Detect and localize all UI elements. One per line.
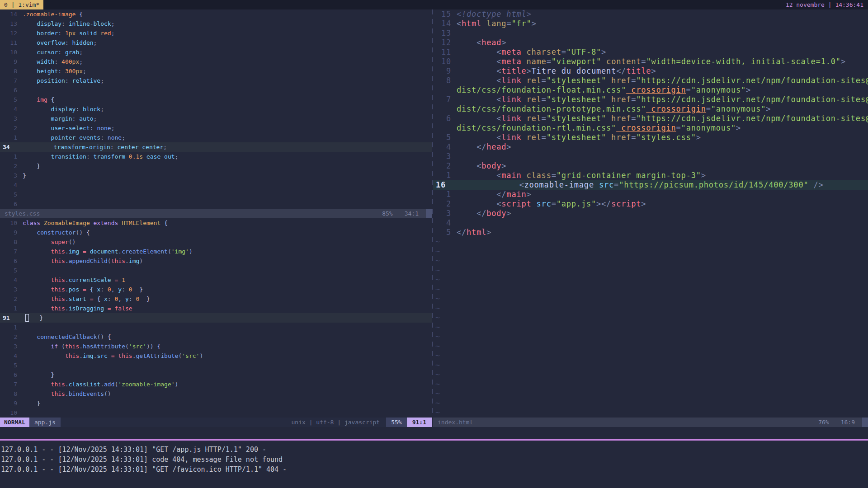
shell-log-pane[interactable]: 127.0.0.1 - - [12/Nov/2025 14:33:01] "GE…	[0, 441, 868, 488]
line-number: 14	[433, 19, 451, 28]
code-line[interactable]: 4	[0, 180, 432, 190]
code-line[interactable]: 2 <script src="app.js"></script>	[433, 199, 868, 209]
code-line[interactable]: 1 this.isDragging = false	[0, 304, 432, 313]
code-line[interactable]: 4 display: block;	[0, 104, 432, 114]
code-line[interactable]: 14<html lang="fr">	[433, 19, 868, 28]
editor-window-index-html[interactable]: 15<!doctype html>14<html lang="fr">1312 …	[433, 9, 868, 418]
active-cursor-position: 91:1	[407, 418, 432, 427]
code-line[interactable]: 2 <body>	[433, 161, 868, 171]
tmux-window-item[interactable]: 0 | 1:vim*	[0, 0, 43, 9]
code-line[interactable]: 4 </head>	[433, 142, 868, 152]
code-line[interactable]: dist/css/foundation-rtl.min.css" crossor…	[433, 123, 868, 133]
code-line[interactable]: 3	[433, 152, 868, 161]
code-line[interactable]: 10class ZoomableImage extends HTMLElemen…	[0, 218, 432, 228]
code-line[interactable]: 6	[0, 85, 432, 95]
code-text: }	[23, 161, 432, 171]
code-line[interactable]: 3 if (this.hasAttribute('src')) {	[0, 342, 432, 351]
code-text: </body>	[457, 209, 868, 218]
code-text: dist/css/foundation-float.min.css" cross…	[457, 85, 868, 95]
code-line[interactable]: 5 <link rel="stylesheet" href="styles.cs…	[433, 133, 868, 142]
editor-window-styles-css[interactable]: 14.zoomable-image {13 display: inline-bl…	[0, 9, 432, 209]
line-number: 2	[0, 161, 17, 171]
code-line[interactable]: 2 connectedCallback() {	[0, 332, 432, 342]
code-line[interactable]: 1 </main>	[433, 190, 868, 199]
code-line[interactable]: 9 <title>Titre du document</title>	[433, 66, 868, 76]
code-line[interactable]: 1 transition: transform 0.1s ease-out;	[0, 152, 432, 161]
end-of-buffer-marker: ~	[433, 370, 868, 380]
code-line[interactable]: 10 <meta name="viewport" content="width=…	[433, 57, 868, 66]
code-line[interactable]: 4 this.img.src = this.getAttribute('src'…	[0, 351, 432, 361]
code-line[interactable]: 6	[0, 199, 432, 209]
code-line[interactable]: 7 position: relative;	[0, 76, 432, 85]
code-line-current[interactable]: 34 transform-origin: center center;	[0, 142, 432, 152]
code-line[interactable]: 5	[0, 361, 432, 370]
code-text: display: block;	[23, 104, 432, 114]
code-line[interactable]: 13	[433, 28, 868, 38]
code-text: this.bindEvents()	[23, 389, 432, 399]
code-line[interactable]: 4 this.currentScale = 1	[0, 275, 432, 285]
code-line[interactable]: 9 }	[0, 399, 432, 408]
code-text: <script src="app.js"></script>	[457, 199, 868, 209]
line-number: 1	[433, 171, 451, 180]
code-text: this.img = document.createElement('img')	[23, 247, 432, 256]
code-line[interactable]: 6 this.appendChild(this.img)	[0, 256, 432, 266]
code-line[interactable]: 3 margin: auto;	[0, 114, 432, 123]
code-line[interactable]: 5 img {	[0, 95, 432, 104]
code-line[interactable]: 2 user-select: none;	[0, 123, 432, 133]
code-text: }	[23, 370, 432, 380]
line-number: 16	[433, 180, 454, 190]
code-line[interactable]: 14.zoomable-image {	[0, 9, 432, 19]
code-line[interactable]: 2 this.start = { x: 0, y: 0 }	[0, 294, 432, 304]
code-line[interactable]: 8 <link rel="stylesheet" href="https://c…	[433, 76, 868, 85]
code-line[interactable]: 1	[0, 323, 432, 332]
code-line[interactable]: 12 border: 1px solid red;	[0, 28, 432, 38]
line-number: 8	[0, 237, 17, 247]
code-line[interactable]: 11 overflow: hidden;	[0, 38, 432, 47]
code-line[interactable]: 1 pointer-events: none;	[0, 133, 432, 142]
code-line[interactable]: 5	[0, 266, 432, 275]
line-number: 6	[0, 199, 17, 209]
code-line[interactable]: 5</html>	[433, 228, 868, 237]
code-line[interactable]: 13 display: inline-block;	[0, 19, 432, 28]
code-line[interactable]: 1 <main class="grid-container margin-top…	[433, 171, 868, 180]
code-line[interactable]: 3 this.pos = { x: 0, y: 0 }	[0, 285, 432, 294]
code-line[interactable]: 8 height: 300px;	[0, 66, 432, 76]
code-line[interactable]: 8 this.bindEvents()	[0, 389, 432, 399]
code-line[interactable]: 2 }	[0, 161, 432, 171]
code-line[interactable]: 4	[433, 218, 868, 228]
code-line[interactable]: 10 cursor: grab;	[0, 47, 432, 57]
code-line[interactable]: 15<!doctype html>	[433, 9, 868, 19]
code-line[interactable]: 5	[0, 190, 432, 199]
code-line[interactable]: dist/css/foundation-float.min.css" cross…	[433, 85, 868, 95]
code-line[interactable]: 12 <head>	[433, 38, 868, 47]
code-text: <meta name="viewport" content="width=dev…	[457, 57, 868, 66]
code-line[interactable]: 7 this.classList.add('zoomable-image')	[0, 380, 432, 389]
line-number: 6	[0, 256, 17, 266]
statusline-active-app-js[interactable]: NORMAL app.js unix | utf-8 | javascript …	[0, 418, 432, 427]
code-line[interactable]: 6 }	[0, 370, 432, 380]
code-line-current[interactable]: 16 <zoomable-image src="https://picsum.p…	[433, 180, 868, 190]
code-line[interactable]: 7 this.img = document.createElement('img…	[0, 247, 432, 256]
code-line-current[interactable]: 91 }	[0, 313, 432, 323]
code-line[interactable]: 3 </body>	[433, 209, 868, 218]
code-line[interactable]: 8 super()	[0, 237, 432, 247]
code-text	[23, 361, 432, 370]
editor-window-app-js[interactable]: 10class ZoomableImage extends HTMLElemen…	[0, 218, 432, 418]
code-line[interactable]: 6 <link rel="stylesheet" href="https://c…	[433, 114, 868, 123]
code-text	[23, 190, 432, 199]
code-line[interactable]: 9 width: 400px;	[0, 57, 432, 66]
statusline-filename: styles.css	[0, 209, 40, 218]
end-of-buffer-marker: ~	[433, 304, 868, 313]
code-line[interactable]: dist/css/foundation-prototype.min.css" c…	[433, 104, 868, 114]
code-line[interactable]: 9 constructor() {	[0, 228, 432, 237]
line-number: 5	[0, 361, 17, 370]
code-line[interactable]: 7 <link rel="stylesheet" href="https://c…	[433, 95, 868, 104]
code-line[interactable]: 3}	[0, 171, 432, 180]
statusline-index-html[interactable]: index.html 76% 16:9	[433, 418, 868, 427]
statusline-styles-css[interactable]: styles.css 85% 34:1	[0, 209, 432, 218]
line-number: 8	[0, 66, 17, 76]
code-line[interactable]: 10	[0, 408, 432, 418]
code-text: <body>	[457, 161, 868, 171]
window-vertical-separator[interactable]	[432, 9, 433, 418]
code-line[interactable]: 11 <meta charset="UTF-8">	[433, 47, 868, 57]
